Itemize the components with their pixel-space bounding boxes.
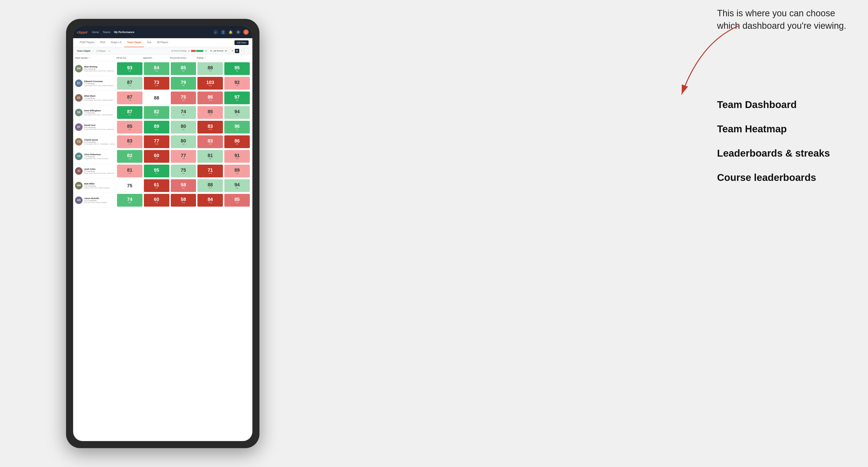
score-value: 77 bbox=[181, 153, 186, 158]
player-club: Gog Magog Golf Club, United Kingdom bbox=[84, 114, 113, 116]
annotation-item-3: Leaderboards & streaks bbox=[717, 148, 854, 159]
tab-tour[interactable]: Tour bbox=[144, 38, 154, 47]
table-row[interactable]: ANAaron Nicholls11-15 HandicapDrift Golf… bbox=[73, 193, 252, 208]
heatmap-view-button[interactable]: ▦ bbox=[235, 49, 239, 53]
avatar[interactable]: U bbox=[243, 30, 249, 35]
col-approach[interactable]: Approach — bbox=[143, 57, 170, 59]
player-avatar: CQ bbox=[75, 138, 83, 146]
score-value: 83 bbox=[208, 124, 213, 129]
score-cell: 10315▲ bbox=[197, 77, 223, 90]
table-row[interactable]: CQCharlie Quick6-10 HandicapSt. George's… bbox=[73, 134, 252, 149]
col-player-quality[interactable]: Player Quality ▼ bbox=[75, 57, 116, 59]
player-details: David FordPlus HandicapRoyal North Devon… bbox=[84, 124, 116, 130]
score-value: 95 bbox=[154, 168, 159, 173]
score-cell: 74-8▲ bbox=[117, 194, 143, 207]
score-cell: 84-21▲ bbox=[197, 194, 223, 207]
team-bar: Team Clippd | 14 Players ✏ 20 Round Chan… bbox=[73, 47, 252, 55]
edit-icon[interactable]: ✏ bbox=[109, 50, 111, 52]
more-view-button[interactable]: ↓ bbox=[244, 49, 249, 53]
score-value: 95 bbox=[235, 65, 240, 70]
score-value: 81 bbox=[127, 168, 132, 173]
list-view-button[interactable]: ≡ bbox=[240, 49, 244, 53]
nav-link-myperformance[interactable]: My Performance bbox=[114, 30, 134, 34]
player-info: ECEdward Crossman1-5 HandicapSunningdale… bbox=[75, 80, 116, 87]
score-cell: 81-3▼ bbox=[117, 165, 143, 177]
score-value: 86 bbox=[208, 95, 213, 99]
player-club: Woburn Golf Club, United Kingdom bbox=[84, 187, 110, 189]
player-info: JCJosh Coles1-5 HandicapRoyal North Devo… bbox=[75, 167, 116, 175]
annotation-list: Team Dashboard Team Heatmap Leaderboards… bbox=[717, 99, 854, 196]
score-cell: 61-3▼ bbox=[144, 179, 169, 192]
tab-team-clippd[interactable]: Team Clippd bbox=[124, 38, 144, 47]
tab-pga[interactable]: PGA bbox=[97, 38, 108, 47]
table-row[interactable]: DBDave Billingham1-5 HandicapGog Magog G… bbox=[73, 105, 252, 120]
score-change: 1▲ bbox=[128, 85, 131, 86]
nav-link-home[interactable]: Home bbox=[92, 30, 99, 34]
score-change: -3▼ bbox=[128, 143, 131, 145]
col-putting[interactable]: Putting — bbox=[197, 57, 224, 59]
score-cell: 939▲ bbox=[117, 62, 143, 75]
col-off-tee[interactable]: Off the Tee — bbox=[116, 57, 143, 59]
player-club: St. George's Hill GC - Weybridge - Surre… bbox=[84, 143, 116, 145]
score-value: 89 bbox=[154, 124, 159, 129]
person-icon[interactable]: 👤 bbox=[221, 30, 225, 34]
score-cell: 814▲ bbox=[197, 150, 223, 163]
search-icon[interactable]: ⌕ bbox=[213, 30, 218, 34]
player-info: ANAaron Nicholls11-15 HandicapDrift Golf… bbox=[75, 196, 116, 204]
table-row[interactable]: ECEdward Crossman1-5 HandicapSunningdale… bbox=[73, 76, 252, 91]
score-change: 1▲ bbox=[182, 114, 185, 116]
score-change: -8▼ bbox=[236, 143, 239, 145]
last-rounds-button[interactable]: ⊟ Last Rounds: 20 bbox=[208, 49, 229, 53]
player-handicap: 6-10 Handicap bbox=[84, 141, 116, 143]
score-change: 5▲ bbox=[236, 99, 239, 101]
score-cell: 60-1▼ bbox=[144, 194, 169, 207]
sub-nav: PGAT Players PGA Hcaps 1-5 Team Clippd T… bbox=[73, 38, 252, 47]
score-change: 1▲ bbox=[236, 114, 239, 116]
table-row[interactable]: BMBlair McHargPlus HandicapRoyal North D… bbox=[73, 61, 252, 76]
score-change: -3▼ bbox=[236, 158, 239, 159]
score-cell: 959▲ bbox=[224, 62, 250, 75]
nav-logo: clippd bbox=[77, 30, 87, 34]
table-row[interactable]: MMMatt Miller6-10 HandicapWoburn Golf Cl… bbox=[73, 178, 252, 193]
score-value: 91 bbox=[235, 153, 240, 158]
player-details: Blair McHargPlus HandicapRoyal North Dev… bbox=[84, 66, 116, 72]
score-cell: 85-3▼ bbox=[117, 121, 143, 133]
player-info: MMMatt Miller6-10 HandicapWoburn Golf Cl… bbox=[75, 182, 116, 189]
score-change: 2▲ bbox=[182, 173, 185, 174]
table-row[interactable]: DFDavid FordPlus HandicapRoyal North Dev… bbox=[73, 120, 252, 134]
score-value: 82 bbox=[154, 109, 159, 114]
score-cell: 82-3▲ bbox=[117, 150, 143, 163]
score-value: 75 bbox=[181, 168, 186, 173]
player-details: Josh Coles1-5 HandicapRoyal North Devon … bbox=[84, 168, 116, 174]
score-cell: 801▲ bbox=[171, 135, 196, 148]
score-change: -3▼ bbox=[128, 173, 131, 174]
tab-pgat-players[interactable]: PGAT Players bbox=[77, 38, 97, 47]
score-change: -1▼ bbox=[155, 201, 158, 203]
score-cell: 943▲ bbox=[224, 179, 250, 192]
table-row[interactable]: EEElliot Ebert1-5 HandicapSunningdale Go… bbox=[73, 91, 252, 105]
add-team-button[interactable]: Add Team bbox=[235, 40, 249, 45]
grid-view-button[interactable]: ⊞ bbox=[230, 49, 235, 53]
change-minus: -5 bbox=[188, 50, 190, 52]
score-cell: 83-10▼ bbox=[197, 121, 223, 133]
table-header: Player Quality ▼ Off the Tee — Approach … bbox=[73, 55, 252, 61]
score-change: -2▼ bbox=[236, 173, 239, 174]
player-handicap: 1-5 Handicap bbox=[84, 112, 113, 114]
score-value: 85 bbox=[127, 124, 132, 129]
tab-hcaps[interactable]: Hcaps 1-5 bbox=[108, 38, 125, 47]
settings-icon[interactable]: ⚙ bbox=[236, 30, 241, 34]
nav-link-teams[interactable]: Teams bbox=[103, 30, 111, 34]
table-row[interactable]: JCJosh Coles1-5 HandicapRoyal North Devo… bbox=[73, 164, 252, 178]
table-row[interactable]: CRChris Robertson1-5 HandicapCraigmillar… bbox=[73, 149, 252, 164]
bell-icon[interactable]: 🔔 bbox=[228, 30, 233, 34]
score-change: 9▲ bbox=[182, 85, 185, 86]
score-cell: 88-1▼ bbox=[197, 62, 223, 75]
change-bar bbox=[191, 50, 203, 52]
annotation-item-2: Team Heatmap bbox=[717, 123, 854, 135]
col-around-green[interactable]: Around the Green — bbox=[170, 57, 197, 59]
tab-all-players[interactable]: All Players bbox=[154, 38, 171, 47]
score-cell: 83-6▼ bbox=[197, 135, 223, 148]
score-cell: 824▲ bbox=[144, 106, 169, 119]
player-name: Blair McHarg bbox=[84, 66, 116, 68]
nav-bar: clippd Home Teams My Performance ⌕ 👤 🔔 ⚙… bbox=[73, 26, 252, 38]
